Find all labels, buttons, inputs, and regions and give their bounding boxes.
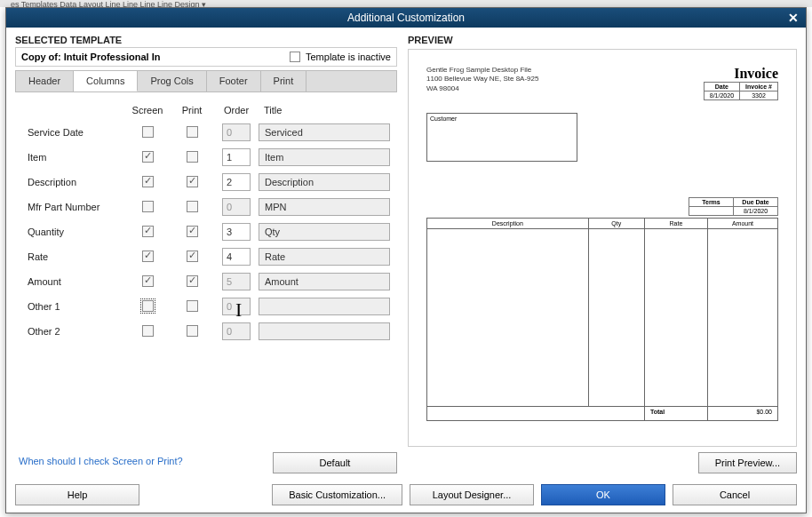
print-checkbox[interactable]: [187, 176, 198, 187]
column-row: Mfr Part Number: [28, 197, 394, 217]
terms-header: Terms: [689, 198, 734, 207]
company-name: Gentle Frog Sample Desktop File: [426, 66, 538, 75]
template-inactive-label: Template is inactive: [306, 52, 391, 62]
ok-button[interactable]: OK: [541, 484, 665, 505]
order-input[interactable]: [222, 173, 251, 191]
date-value: 8/1/2020: [704, 91, 739, 100]
left-panel: SELECTED TEMPLATE Copy of: Intuit Profes…: [15, 35, 397, 473]
tab-bar: HeaderColumnsProg ColsFooterPrint: [15, 70, 397, 92]
tab-footer[interactable]: Footer: [207, 71, 261, 91]
print-checkbox[interactable]: [187, 151, 198, 163]
col-description: Description: [427, 219, 589, 229]
title-input[interactable]: [259, 298, 390, 315]
hdr-title: Title: [259, 105, 392, 115]
basic-customization-button[interactable]: Basic Customization...: [272, 484, 402, 505]
column-headers: Screen Print Order Title: [28, 105, 394, 115]
hdr-print: Print: [170, 105, 214, 115]
order-input: [222, 298, 251, 315]
title-input[interactable]: [259, 173, 390, 191]
col-rate: Rate: [644, 219, 707, 229]
screen-checkbox[interactable]: [142, 226, 154, 237]
column-row: Other 1: [28, 297, 394, 316]
template-inactive-checkbox[interactable]: [290, 52, 300, 62]
row-label: Item: [28, 152, 125, 163]
line-items-table: Description Qty Rate Amount Total $0.00: [426, 218, 778, 421]
row-label: Other 1: [28, 301, 125, 312]
company-block: Gentle Frog Sample Desktop File 1100 Bel…: [426, 66, 538, 100]
screen-checkbox[interactable]: [142, 176, 154, 187]
due-value: 8/1/2020: [734, 207, 778, 216]
screen-checkbox[interactable]: [142, 300, 154, 312]
column-row: Other 2: [28, 322, 394, 341]
total-value: $0.00: [707, 407, 777, 421]
due-header: Due Date: [734, 198, 778, 207]
order-input: [222, 198, 251, 216]
hdr-screen: Screen: [125, 105, 170, 115]
columns-area: Screen Print Order Title Service DateIte…: [15, 92, 397, 452]
preview-panel: PREVIEW Gentle Frog Sample Desktop File …: [408, 35, 797, 473]
screen-checkbox[interactable]: [142, 151, 154, 163]
terms-value: [689, 207, 734, 216]
screen-checkbox[interactable]: [142, 275, 154, 287]
order-input[interactable]: [222, 148, 251, 166]
invoice-preview: Gentle Frog Sample Desktop File 1100 Bel…: [408, 49, 797, 447]
tab-header[interactable]: Header: [16, 71, 74, 91]
layout-designer-button[interactable]: Layout Designer...: [410, 484, 534, 505]
hdr-order: Order: [214, 105, 259, 115]
close-icon[interactable]: ✕: [788, 11, 799, 25]
print-checkbox[interactable]: [187, 275, 198, 287]
tab-prog-cols[interactable]: Prog Cols: [138, 71, 206, 91]
template-name: Copy of: Intuit Professional In: [21, 52, 290, 62]
selected-template-heading: SELECTED TEMPLATE: [15, 35, 397, 45]
title-input[interactable]: [259, 198, 390, 216]
screen-checkbox[interactable]: [142, 251, 154, 262]
col-qty: Qty: [588, 219, 644, 229]
row-label: Description: [28, 177, 125, 187]
dialog-footer: Help Basic Customization... Layout Desig…: [6, 479, 806, 513]
column-row: Amount: [28, 272, 394, 291]
invoice-meta-table: Date Invoice # 8/1/2020 3302: [704, 82, 778, 100]
row-label: Other 2: [28, 326, 125, 337]
order-input[interactable]: [222, 248, 251, 266]
order-input: [222, 322, 251, 340]
row-label: Mfr Part Number: [28, 202, 125, 212]
print-checkbox[interactable]: [187, 201, 198, 212]
print-checkbox[interactable]: [187, 126, 198, 138]
title-input[interactable]: [259, 248, 390, 266]
print-checkbox[interactable]: [187, 226, 198, 237]
default-button[interactable]: Default: [273, 452, 397, 473]
total-label: Total: [644, 407, 707, 421]
customer-box: Customer: [426, 113, 577, 162]
help-button[interactable]: Help: [15, 484, 139, 505]
title-input[interactable]: [259, 223, 390, 241]
print-checkbox[interactable]: [187, 325, 198, 337]
order-input: [222, 123, 251, 141]
invno-value: 3302: [740, 91, 778, 100]
order-input[interactable]: [222, 223, 251, 241]
title-input[interactable]: [259, 322, 390, 340]
dialog-titlebar: Additional Customization ✕: [6, 8, 806, 28]
print-checkbox[interactable]: [187, 251, 198, 262]
cancel-button[interactable]: Cancel: [673, 484, 797, 505]
column-row: Quantity: [28, 222, 394, 242]
background-toolbar: es Templates Data Layout Line Line Line …: [0, 0, 812, 7]
column-row: Description: [28, 172, 394, 192]
date-header: Date: [704, 83, 739, 91]
tab-print[interactable]: Print: [261, 71, 307, 91]
title-input[interactable]: [259, 148, 390, 166]
customer-label: Customer: [430, 115, 457, 122]
print-checkbox[interactable]: [187, 300, 198, 312]
column-row: Service Date: [28, 123, 394, 142]
screen-print-help-link[interactable]: When should I check Screen or Print?: [15, 452, 183, 473]
screen-checkbox[interactable]: [142, 126, 154, 138]
title-input[interactable]: [259, 123, 390, 141]
dialog-title: Additional Customization: [347, 12, 465, 24]
screen-checkbox[interactable]: [142, 201, 154, 212]
invno-header: Invoice #: [740, 83, 778, 91]
screen-checkbox[interactable]: [142, 325, 154, 337]
tab-columns[interactable]: Columns: [74, 71, 138, 91]
order-input: [222, 273, 251, 290]
column-row: Item: [28, 147, 394, 167]
title-input[interactable]: [259, 273, 390, 290]
print-preview-button[interactable]: Print Preview...: [698, 452, 797, 473]
